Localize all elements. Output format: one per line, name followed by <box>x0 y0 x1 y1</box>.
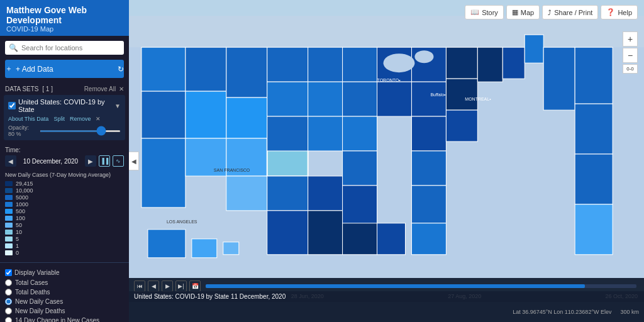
us-map[interactable]: SAN FRANCISCO LOS ANGELES TORONTO• Buffa… <box>129 0 644 302</box>
search-box[interactable]: 🔍 <box>5 41 124 55</box>
help-icon: ❓ <box>606 8 615 16</box>
radio-item-14day-new-cases[interactable]: 14 Day Change in New Cases <box>5 317 124 322</box>
legend-title: New Daily Cases (7-Day Moving Average) <box>5 172 124 178</box>
datasets-title: DATA SETS [ 1 ] <box>5 86 53 92</box>
legend-color-swatch <box>5 216 13 221</box>
legend-color-swatch <box>5 230 13 235</box>
svg-rect-6 <box>186 91 226 138</box>
split-link[interactable]: Split <box>53 116 65 122</box>
time-prev-button[interactable]: ◀ <box>5 155 16 167</box>
svg-rect-3 <box>142 91 186 138</box>
dataset-dropdown-icon[interactable]: ▼ <box>114 103 121 109</box>
time-controls: ◀ 10 December, 2020 ▶ ▐▐ ∿ <box>5 155 124 167</box>
legend-item: 10 <box>5 229 124 235</box>
radio-item-total-deaths[interactable]: Total Deaths <box>5 289 124 296</box>
legend-color-swatch <box>5 236 13 242</box>
radio-item-new-daily-cases[interactable]: New Daily Cases <box>5 298 124 305</box>
radio-label-total-cases: Total Cases <box>15 279 48 286</box>
radio-label-14day-new-cases: 14 Day Change in New Cases <box>15 317 99 322</box>
legend-color-swatch <box>5 250 13 255</box>
play-button[interactable]: ▶ <box>162 280 173 292</box>
legend-value: 10,000 <box>16 187 33 194</box>
zoom-out-button[interactable]: − <box>623 48 638 63</box>
coordinates-display: Lat 36.96745°N Lon 110.23682°W Elev <box>513 309 611 315</box>
svg-point-52 <box>384 53 415 72</box>
svg-rect-35 <box>411 151 446 186</box>
radio-label-new-daily-cases: New Daily Cases <box>15 298 63 305</box>
radio-input-total-cases[interactable] <box>5 279 12 286</box>
opacity-slider[interactable] <box>40 130 121 132</box>
timeline-bar[interactable] <box>206 284 636 288</box>
rewind-button[interactable]: ⏮ <box>134 280 145 292</box>
search-input[interactable] <box>21 44 120 52</box>
prev-frame-button[interactable]: ◀ <box>148 280 159 292</box>
scale-display: 300 km <box>620 309 639 315</box>
story-button[interactable]: 📖 Story <box>465 5 504 19</box>
top-toolbar: 📖 Story ▦ Map ⤴ Share / Print ❓ Help <box>465 5 638 19</box>
variable-section: Display Variable Total Cases Total Death… <box>0 267 129 322</box>
legend-value: 50 <box>16 222 22 228</box>
add-data-button[interactable]: ＋ + Add Data ↻ <box>5 60 124 78</box>
time-label: Time: <box>5 147 124 153</box>
svg-rect-34 <box>411 116 446 151</box>
remove-all-icon: ✕ <box>119 86 124 92</box>
radio-input-new-daily-deaths[interactable] <box>5 308 12 314</box>
remove-link[interactable]: Remove <box>70 116 91 122</box>
remove-all-button[interactable]: Remove All ✕ <box>84 86 124 92</box>
svg-rect-20 <box>308 116 343 151</box>
legend-item: 5 <box>5 236 124 242</box>
variable-checkbox[interactable] <box>5 269 12 276</box>
dataset-checkbox[interactable] <box>8 102 16 109</box>
map-button[interactable]: ▦ Map <box>506 5 540 19</box>
svg-rect-49 <box>148 230 186 258</box>
legend-color-swatch <box>5 181 13 186</box>
radio-input-14day-new-cases[interactable] <box>5 317 12 322</box>
legend-value: 1000 <box>16 201 28 208</box>
legend-items: 29,415 10,000 5000 1000 500 100 50 10 5 <box>5 180 124 256</box>
svg-rect-43 <box>525 35 543 63</box>
refresh-icon: ↻ <box>118 65 124 74</box>
time-bar-icon[interactable]: ▐▐ <box>99 155 110 167</box>
legend-value: 0 <box>16 250 19 256</box>
svg-rect-40 <box>446 110 477 142</box>
share-button[interactable]: ⤴ Share / Print <box>542 5 598 19</box>
legend-item: 50 <box>5 222 124 228</box>
svg-rect-51 <box>223 242 239 255</box>
svg-rect-15 <box>267 116 308 151</box>
dataset-controls: About This Data Split Remove ✕ <box>8 116 121 122</box>
time-next-button[interactable]: ▶ <box>85 155 96 167</box>
legend-item: 1000 <box>5 201 124 208</box>
collapse-sidebar-button[interactable]: ◀ <box>129 152 139 170</box>
radio-input-new-daily-cases[interactable] <box>5 298 12 305</box>
divider-1 <box>0 262 129 263</box>
radio-input-total-deaths[interactable] <box>5 289 12 296</box>
time-date: 10 December, 2020 <box>19 158 82 165</box>
next-frame-button[interactable]: ▶| <box>175 280 187 292</box>
svg-rect-47 <box>575 154 613 204</box>
calendar-button[interactable]: 📅 <box>189 280 201 292</box>
legend-item: 100 <box>5 215 124 221</box>
svg-rect-19 <box>308 82 343 116</box>
svg-rect-46 <box>575 104 613 154</box>
sidebar: Matthew Gove Web Development COVID-19 Ma… <box>0 0 129 322</box>
svg-rect-39 <box>446 79 477 110</box>
svg-text:LOS ANGELES: LOS ANGELES <box>167 219 197 224</box>
legend-value: 5 <box>16 236 19 242</box>
svg-rect-42 <box>502 47 525 79</box>
legend-value: 1 <box>16 243 19 249</box>
about-data-link[interactable]: About This Data <box>8 116 48 122</box>
time-line-icon[interactable]: ∿ <box>113 155 124 167</box>
legend-item: 10,000 <box>5 187 124 194</box>
radio-item-total-cases[interactable]: Total Cases <box>5 279 124 286</box>
svg-rect-18 <box>308 47 343 82</box>
svg-rect-48 <box>575 204 613 255</box>
legend-value: 100 <box>16 215 25 221</box>
map-title-bar: United States: COVID-19 by State 11 Dece… <box>129 291 644 302</box>
legend-value: 500 <box>16 208 25 214</box>
svg-rect-8 <box>226 47 267 97</box>
zoom-level: 0-0 <box>623 64 638 74</box>
radio-item-new-daily-deaths[interactable]: New Daily Deaths <box>5 308 124 314</box>
zoom-in-button[interactable]: + <box>623 31 638 47</box>
help-button[interactable]: ❓ Help <box>601 5 638 19</box>
map-icon: ▦ <box>512 8 518 16</box>
